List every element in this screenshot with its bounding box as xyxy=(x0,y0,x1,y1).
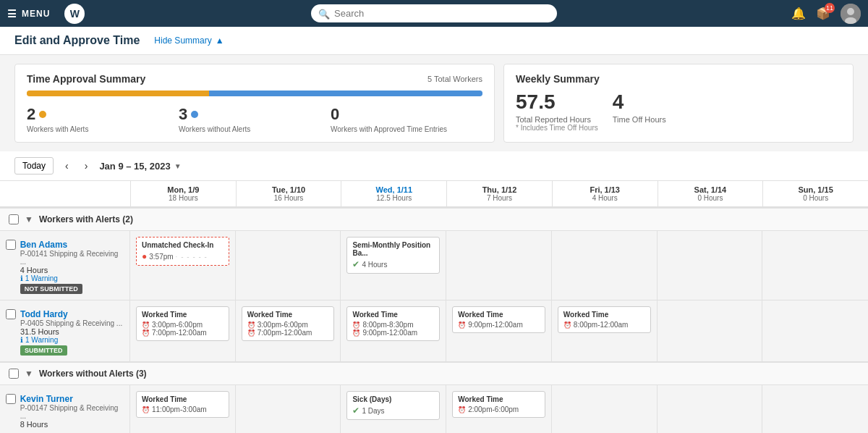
next-arrow[interactable]: › xyxy=(80,159,93,173)
day-thu: Thu, 1/12 7 Hours xyxy=(446,181,552,206)
table-row: Kevin Turner P-00147 Shipping & Receivin… xyxy=(0,385,868,433)
check-icon: ✔ xyxy=(352,259,359,269)
worked-time-card[interactable]: Worked Time ⏰3:00pm-6:00pm ⏰7:00pm-12:00… xyxy=(242,306,335,341)
stat-no-alerts: 3 Workers without Alerts xyxy=(179,105,331,133)
no-alerts-section-checkbox[interactable] xyxy=(9,369,19,379)
error-icon: ● xyxy=(142,251,147,261)
kevin-turner-name[interactable]: Kevin Turner xyxy=(20,394,124,404)
stat3-label: Workers with Approved Time Entries xyxy=(331,125,482,133)
todd-thu: Worked Time ⏰9:00pm-12:00am xyxy=(446,300,552,361)
ben-adams-thu xyxy=(446,231,552,300)
summary-section: Time Approval Summary 5 Total Workers 2 … xyxy=(0,55,868,151)
svg-point-1 xyxy=(847,8,854,15)
main-content: Mon, 1/9 18 Hours Tue, 1/10 16 Hours Wed… xyxy=(0,181,868,433)
alerts-collapse-icon[interactable]: ▼ xyxy=(25,214,33,224)
notification-icon[interactable]: 🔔 xyxy=(791,7,806,20)
clock-icon: ⏰ xyxy=(142,321,150,329)
day-tue: Tue, 1/10 16 Hours xyxy=(236,181,341,206)
date-dropdown-icon[interactable]: ▼ xyxy=(174,162,182,170)
bar-blue xyxy=(209,91,482,96)
search-input[interactable] xyxy=(311,4,557,22)
ben-adams-fri xyxy=(552,231,658,300)
todd-sat xyxy=(658,300,763,361)
weekly-stats: 57.5 Total Reported Hours * Includes Tim… xyxy=(516,91,841,132)
kevin-thu: Worked Time ⏰2:00pm-6:00pm xyxy=(446,385,552,433)
blue-dot xyxy=(191,111,198,118)
ben-adams-info: Ben Adams P-00141 Shipping & Receiving .… xyxy=(0,231,130,300)
kevin-turner-id: P-00147 Shipping & Receiving ... xyxy=(20,404,124,420)
todd-sun xyxy=(762,300,868,361)
unmatched-card[interactable]: Unmatched Check-In ● 3:57pm · - - - - - xyxy=(136,237,229,266)
day-fri: Fri, 1/13 4 Hours xyxy=(552,181,658,206)
bar-orange xyxy=(27,91,209,96)
alerts-section-title: Workers with Alerts (2) xyxy=(39,214,133,224)
todd-tue: Worked Time ⏰3:00pm-6:00pm ⏰7:00pm-12:00… xyxy=(236,300,341,361)
today-button[interactable]: Today xyxy=(14,157,54,175)
weekly-title: Weekly Summary xyxy=(516,73,600,85)
worked-time-card[interactable]: Worked Time ⏰3:00pm-6:00pm ⏰7:00pm-12:00… xyxy=(136,306,229,341)
date-nav: Today ‹ › Jan 9 – 15, 2023 ▼ xyxy=(0,151,868,181)
search-icon: 🔍 xyxy=(318,8,330,19)
todd-hardy-warning[interactable]: ℹ 1 Warning xyxy=(20,336,122,344)
app-logo: W xyxy=(64,4,85,24)
ben-adams-mon: Unmatched Check-In ● 3:57pm · - - - - - xyxy=(130,231,236,300)
menu-button[interactable]: ☰ MENU xyxy=(7,8,50,20)
weekly-summary-card: Weekly Summary 57.5 Total Reported Hours… xyxy=(503,64,854,143)
warning-icon: ℹ xyxy=(20,336,23,344)
ben-adams-wed: Semi-Monthly Position Ba... ✔ 4 Hours xyxy=(341,231,446,300)
worked-time-card[interactable]: Worked Time ⏰11:00pm-3:00am xyxy=(136,391,229,418)
check-icon: ✔ xyxy=(352,405,359,416)
no-alerts-collapse-icon[interactable]: ▼ xyxy=(25,369,33,379)
ben-adams-warning[interactable]: ℹ 1 Warning xyxy=(20,274,124,282)
worked-time-card[interactable]: Worked Time ⏰8:00pm-8:30pm ⏰9:00pm-12:00… xyxy=(346,306,440,341)
workers-without-alerts-section: ▼ Workers without Alerts (3) Kevin Turne… xyxy=(0,362,868,433)
semi-card[interactable]: Semi-Monthly Position Ba... ✔ 4 Hours xyxy=(346,237,440,274)
kevin-turner-hours: 8 Hours xyxy=(20,420,124,429)
ben-adams-checkbox[interactable] xyxy=(6,240,16,250)
clock-icon: ⏰ xyxy=(142,406,150,413)
nav-right: 🔔 📦 11 xyxy=(791,4,861,24)
clock-icon: ⏰ xyxy=(142,329,150,337)
total-workers: 5 Total Workers xyxy=(427,75,482,83)
hide-summary-button[interactable]: Hide Summary ▲ xyxy=(154,35,224,46)
inbox-icon[interactable]: 📦 11 xyxy=(816,7,830,20)
stat2-label: Workers without Alerts xyxy=(179,125,331,133)
todd-hardy-checkbox[interactable] xyxy=(6,309,16,319)
todd-hardy-id: P-0405 Shipping & Receiving ... xyxy=(20,319,122,327)
alerts-section-checkbox[interactable] xyxy=(9,214,19,224)
top-nav: ☰ MENU W 🔍 🔔 📦 11 xyxy=(0,0,868,27)
clock-icon: ⏰ xyxy=(563,321,571,329)
todd-fri: Worked Time ⏰8:00pm-12:00am xyxy=(552,300,658,361)
avatar[interactable] xyxy=(841,4,861,24)
clock-icon: ⏰ xyxy=(352,329,360,337)
table-row: Ben Adams P-00141 Shipping & Receiving .… xyxy=(0,231,868,300)
worked-time-card[interactable]: Worked Time ⏰2:00pm-6:00pm xyxy=(452,391,545,418)
todd-hardy-hours: 31.5 Hours xyxy=(20,327,122,336)
ben-adams-tue xyxy=(236,231,341,300)
kevin-sat xyxy=(658,385,763,433)
time-approval-title: Time Approval Summary xyxy=(27,73,145,85)
todd-hardy-name[interactable]: Todd Hardy xyxy=(20,309,122,319)
search-bar: 🔍 xyxy=(311,4,557,22)
warning-icon: ℹ xyxy=(20,274,23,282)
card-header: Time Approval Summary 5 Total Workers xyxy=(27,73,482,85)
todd-hardy-info: Todd Hardy P-0405 Shipping & Receiving .… xyxy=(0,300,130,361)
ben-adams-id: P-00141 Shipping & Receiving ... xyxy=(20,250,124,266)
worked-time-card[interactable]: Worked Time ⏰8:00pm-12:00am xyxy=(558,306,651,333)
kevin-wed: Sick (Days) ✔1 Days xyxy=(341,385,446,433)
sick-card[interactable]: Sick (Days) ✔1 Days xyxy=(346,391,440,420)
day-mon: Mon, 1/9 18 Hours xyxy=(130,181,236,206)
prev-arrow[interactable]: ‹ xyxy=(61,159,73,173)
clock-icon: ⏰ xyxy=(458,406,466,413)
inbox-badge: 11 xyxy=(825,3,835,13)
no-alerts-section-header: ▼ Workers without Alerts (3) xyxy=(0,362,868,385)
time-approval-card: Time Approval Summary 5 Total Workers 2 … xyxy=(14,64,495,143)
worked-time-card[interactable]: Worked Time ⏰9:00pm-12:00am xyxy=(452,306,545,333)
kevin-turner-checkbox[interactable] xyxy=(6,394,16,404)
orange-dot xyxy=(39,111,46,118)
ben-adams-name[interactable]: Ben Adams xyxy=(20,240,124,250)
day-sun: Sun, 1/15 0 Hours xyxy=(762,181,868,206)
kevin-tue xyxy=(236,385,341,433)
todd-hardy-status: SUBMITTED xyxy=(20,345,67,356)
kevin-fri xyxy=(552,385,658,433)
